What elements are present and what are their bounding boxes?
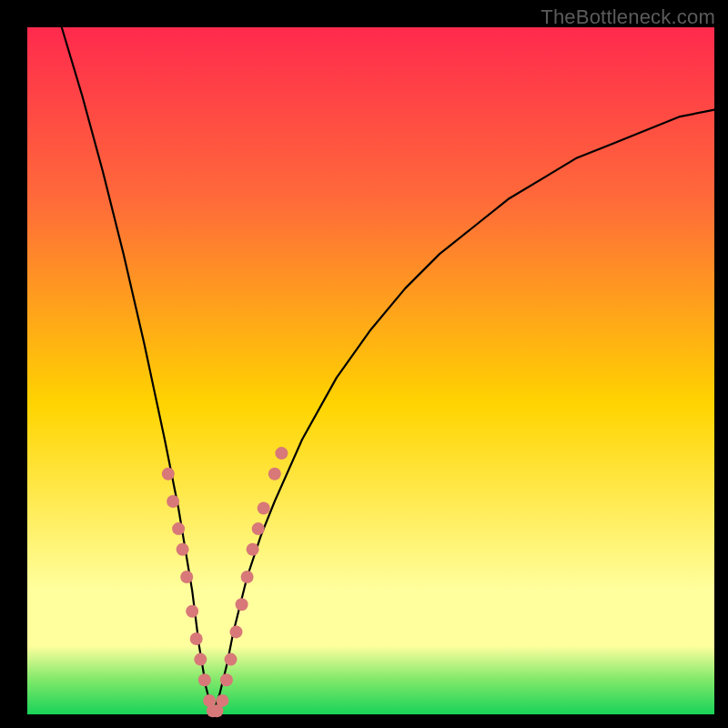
data-marker [252,522,265,535]
data-marker [216,694,228,707]
data-marker [241,571,254,583]
bottleneck-curve [62,27,714,714]
data-marker [275,447,288,460]
data-markers [162,447,288,717]
watermark-text: TheBottleneck.com [541,5,715,29]
data-marker [230,625,243,638]
data-marker [172,522,185,535]
data-marker [198,673,211,686]
chart-frame: TheBottleneck.com [0,0,728,728]
data-marker [258,502,270,515]
data-marker [194,653,207,666]
data-marker [162,468,175,480]
data-marker [190,632,203,645]
data-marker [186,605,198,618]
data-marker [268,468,281,480]
data-marker [225,653,238,666]
plot-area [27,27,714,714]
data-marker [177,543,189,556]
data-marker [236,598,248,611]
data-marker [167,495,179,508]
chart-svg [27,27,714,714]
data-marker [180,571,193,583]
data-marker [220,673,233,686]
data-marker [247,543,259,556]
